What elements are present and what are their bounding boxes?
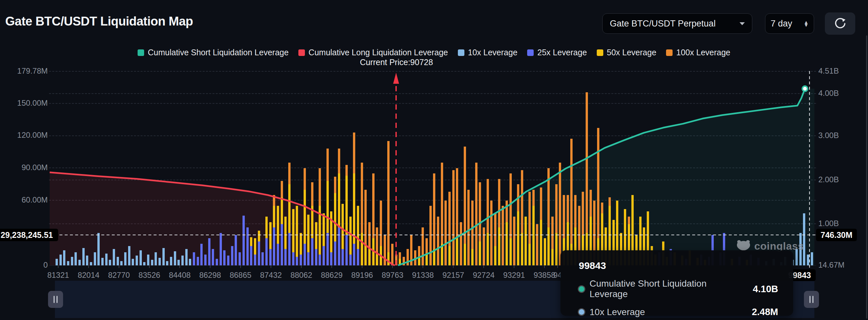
grip-icon: [57, 296, 58, 303]
series-dot-icon: [579, 286, 584, 292]
tooltip-row: Cumulative Short Liquidation Leverage4.1…: [579, 279, 778, 299]
navigator-right-handle[interactable]: [804, 291, 819, 308]
hovered-point-marker[interactable]: [802, 86, 808, 91]
series-dot-icon: [579, 309, 584, 315]
current-price-arrow-icon: [393, 72, 399, 84]
grip-icon: [54, 296, 55, 303]
tooltip-title: 99843: [579, 260, 778, 271]
navigator-left-handle[interactable]: [48, 291, 63, 308]
crosshair-right-value-box: 746.30M: [816, 229, 857, 241]
tooltip-series-value: 4.10B: [753, 284, 778, 294]
tooltip-row: 10x Leverage2.48M: [579, 307, 778, 317]
tooltip-rows: Cumulative Short Liquidation Leverage4.1…: [579, 279, 778, 317]
tooltip-series-label: 10x Leverage: [590, 307, 746, 317]
scrollbar[interactable]: [866, 35, 867, 319]
chart-tooltip: 99843 Cumulative Short Liquidation Lever…: [560, 250, 793, 316]
liquidation-map-app: Gate BTC/USDT Liquidation Map Gate BTC/U…: [0, 0, 868, 320]
grip-icon: [809, 296, 810, 303]
short-cumulative-line: [398, 89, 805, 265]
long-cumulative-line: [50, 172, 395, 265]
tooltip-series-label: Cumulative Short Liquidation Leverage: [590, 279, 747, 299]
crosshair-left-value-box: 29,238,245.51: [0, 229, 58, 241]
grip-icon: [812, 296, 813, 303]
tooltip-series-value: 2.48M: [752, 307, 778, 317]
